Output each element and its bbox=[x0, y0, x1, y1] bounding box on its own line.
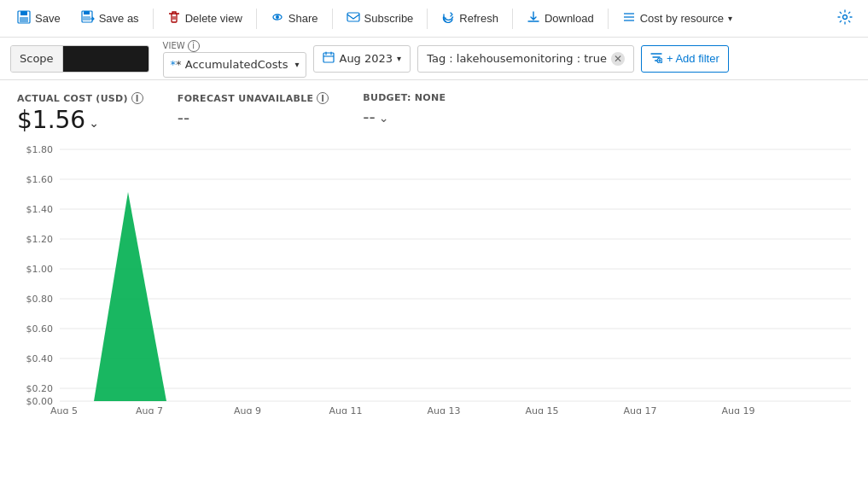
svg-rect-4 bbox=[84, 11, 90, 15]
refresh-icon bbox=[441, 10, 455, 26]
cost-list-icon bbox=[622, 10, 636, 26]
tag-filter: Tag : lakehousemonitoring : true ✕ bbox=[417, 45, 634, 73]
forecast-label: FORECAST UNAVAILABLE i bbox=[178, 92, 329, 104]
svg-text:Aug 11: Aug 11 bbox=[329, 405, 363, 414]
actual-cost-value: $1.56 ⌄ bbox=[17, 106, 143, 134]
budget-label: BUDGET: NONE bbox=[363, 92, 446, 103]
svg-text:Aug 5: Aug 5 bbox=[50, 405, 78, 414]
tag-close-button[interactable]: ✕ bbox=[611, 52, 625, 66]
divider-4 bbox=[427, 9, 428, 29]
view-info-icon[interactable]: i bbox=[188, 40, 200, 52]
delete-icon bbox=[167, 10, 181, 26]
svg-text:$1.20: $1.20 bbox=[26, 234, 54, 245]
view-select[interactable]: * * AccumulatedCosts ▾ bbox=[163, 52, 307, 78]
add-filter-icon bbox=[650, 51, 662, 66]
save-icon bbox=[17, 10, 31, 26]
svg-text:$0.80: $0.80 bbox=[26, 294, 54, 305]
actual-cost-metric: ACTUAL COST (USD) i $1.56 ⌄ bbox=[17, 92, 143, 134]
date-picker[interactable]: Aug 2023 ▾ bbox=[313, 45, 411, 73]
budget-value: -- ⌄ bbox=[363, 107, 446, 127]
forecast-value: -- bbox=[178, 108, 329, 128]
svg-rect-1 bbox=[20, 11, 27, 15]
svg-text:$0.40: $0.40 bbox=[26, 353, 54, 364]
svg-text:$1.00: $1.00 bbox=[26, 264, 54, 275]
forecast-metric: FORECAST UNAVAILABLE i -- bbox=[178, 92, 329, 128]
view-dropdown[interactable]: VIEW i * * AccumulatedCosts ▾ bbox=[163, 40, 307, 78]
svg-point-13 bbox=[843, 15, 848, 19]
svg-text:$0.00: $0.00 bbox=[26, 396, 54, 407]
chart-container: $1.80 $1.60 $1.40 $1.20 $1.00 $0.80 $0.6… bbox=[0, 141, 868, 422]
settings-button[interactable] bbox=[830, 5, 859, 32]
filter-bar: Scope VIEW i * * AccumulatedCosts ▾ Aug … bbox=[0, 38, 868, 80]
divider-1 bbox=[153, 9, 154, 29]
download-button[interactable]: Download bbox=[518, 6, 603, 31]
subscribe-button[interactable]: Subscribe bbox=[338, 6, 422, 31]
svg-text:Aug 19: Aug 19 bbox=[722, 405, 755, 414]
svg-text:$1.80: $1.80 bbox=[26, 144, 54, 155]
svg-rect-2 bbox=[20, 17, 28, 22]
cost-by-resource-chevron-icon: ▾ bbox=[728, 14, 732, 23]
budget-metric: BUDGET: NONE -- ⌄ bbox=[363, 92, 446, 127]
svg-text:Aug 9: Aug 9 bbox=[234, 405, 261, 414]
save-button[interactable]: Save bbox=[9, 6, 69, 31]
calendar-icon bbox=[323, 51, 335, 66]
share-button[interactable]: Share bbox=[262, 6, 327, 31]
scope-selector[interactable]: Scope bbox=[10, 45, 149, 73]
chart-wrapper: $1.80 $1.60 $1.40 $1.20 $1.00 $0.80 $0.6… bbox=[17, 141, 851, 414]
svg-text:$0.60: $0.60 bbox=[26, 323, 54, 335]
svg-text:$0.20: $0.20 bbox=[26, 383, 54, 394]
svg-text:Aug 13: Aug 13 bbox=[428, 405, 461, 414]
svg-marker-41 bbox=[94, 192, 166, 401]
subscribe-icon bbox=[347, 10, 360, 26]
divider-3 bbox=[332, 9, 333, 29]
svg-text:Aug 7: Aug 7 bbox=[136, 405, 163, 414]
toolbar: Save Save as Delete view bbox=[0, 0, 868, 38]
scope-label: Scope bbox=[11, 46, 63, 72]
date-chevron-icon: ▾ bbox=[397, 54, 401, 63]
actual-cost-label: ACTUAL COST (USD) i bbox=[17, 92, 143, 104]
save-as-icon bbox=[81, 10, 95, 26]
svg-rect-9 bbox=[347, 13, 359, 21]
cost-by-resource-button[interactable]: Cost by resource ▾ bbox=[614, 6, 741, 31]
scope-value[interactable] bbox=[63, 46, 149, 72]
svg-text:$1.40: $1.40 bbox=[26, 204, 54, 215]
metrics-row: ACTUAL COST (USD) i $1.56 ⌄ FORECAST UNA… bbox=[0, 80, 868, 141]
svg-rect-5 bbox=[83, 16, 90, 20]
refresh-button[interactable]: Refresh bbox=[433, 6, 507, 31]
share-icon bbox=[271, 10, 284, 26]
delete-view-button[interactable]: Delete view bbox=[159, 6, 251, 31]
download-icon bbox=[527, 10, 540, 26]
view-chevron-icon: ▾ bbox=[294, 60, 299, 69]
view-label: VIEW i bbox=[163, 40, 307, 52]
divider-5 bbox=[512, 9, 513, 29]
divider-2 bbox=[256, 9, 257, 29]
actual-cost-info-icon[interactable]: i bbox=[131, 92, 143, 104]
cost-chart: $1.80 $1.60 $1.40 $1.20 $1.00 $0.80 $0.6… bbox=[17, 141, 851, 414]
svg-text:Aug 17: Aug 17 bbox=[624, 405, 657, 414]
svg-text:Aug 15: Aug 15 bbox=[526, 405, 559, 414]
divider-6 bbox=[608, 9, 609, 29]
forecast-info-icon[interactable]: i bbox=[317, 92, 329, 104]
add-filter-button[interactable]: + Add filter bbox=[641, 45, 729, 73]
svg-text:$1.60: $1.60 bbox=[26, 174, 54, 185]
svg-point-8 bbox=[276, 15, 279, 19]
budget-chevron-icon: ⌄ bbox=[379, 111, 389, 125]
svg-rect-14 bbox=[323, 53, 334, 62]
actual-cost-chevron-icon: ⌄ bbox=[89, 116, 99, 130]
save-as-button[interactable]: Save as bbox=[73, 6, 148, 31]
settings-icon bbox=[837, 13, 853, 27]
